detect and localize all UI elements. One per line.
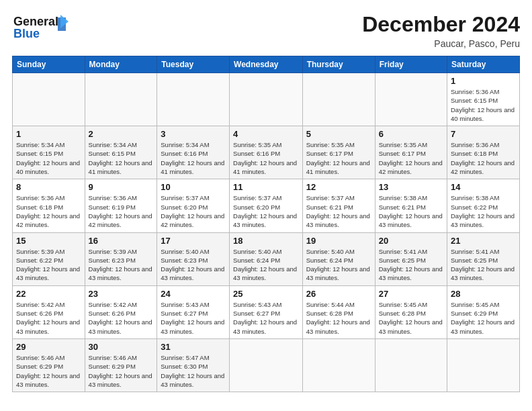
day-number: 7: [451, 129, 516, 139]
main-title: December 2024: [362, 12, 520, 37]
logo: General Blue: [12, 12, 73, 45]
day-info: Sunrise: 5:43 AMSunset: 6:27 PMDaylight:…: [161, 300, 226, 336]
calendar-cell: 3Sunrise: 5:34 AMSunset: 6:16 PMDaylight…: [157, 126, 230, 179]
day-number: 3: [161, 129, 226, 139]
calendar-table: SundayMondayTuesdayWednesdayThursdayFrid…: [12, 56, 520, 392]
day-info: Sunrise: 5:34 AMSunset: 6:15 PMDaylight:…: [89, 140, 154, 176]
day-number: 11: [233, 182, 299, 192]
calendar-cell: 28Sunrise: 5:45 AMSunset: 6:29 PMDayligh…: [447, 285, 520, 338]
calendar-cell: [302, 73, 375, 126]
day-number: 6: [379, 129, 443, 139]
day-info: Sunrise: 5:45 AMSunset: 6:28 PMDaylight:…: [379, 300, 443, 336]
calendar-cell: [230, 73, 303, 126]
page: General Blue December 2024 Paucar, Pasco…: [0, 0, 532, 411]
day-info: Sunrise: 5:42 AMSunset: 6:26 PMDaylight:…: [89, 300, 154, 336]
day-info: Sunrise: 5:35 AMSunset: 6:17 PMDaylight:…: [306, 140, 371, 176]
day-info: Sunrise: 5:37 AMSunset: 6:21 PMDaylight:…: [306, 193, 371, 229]
day-number: 28: [451, 289, 516, 299]
day-info: Sunrise: 5:37 AMSunset: 6:20 PMDaylight:…: [233, 193, 299, 229]
day-number: 24: [161, 289, 226, 299]
col-header-monday: Monday: [85, 56, 157, 73]
calendar-cell: 9Sunrise: 5:36 AMSunset: 6:19 PMDaylight…: [85, 179, 157, 232]
calendar-cell: 31Sunrise: 5:47 AMSunset: 6:30 PMDayligh…: [157, 338, 230, 392]
day-number: 17: [161, 236, 226, 246]
calendar-cell: 1Sunrise: 5:34 AMSunset: 6:15 PMDaylight…: [13, 126, 85, 179]
calendar-cell: 2Sunrise: 5:34 AMSunset: 6:15 PMDaylight…: [85, 126, 157, 179]
day-info: Sunrise: 5:47 AMSunset: 6:30 PMDaylight:…: [161, 353, 226, 389]
calendar-cell: 23Sunrise: 5:42 AMSunset: 6:26 PMDayligh…: [85, 285, 157, 338]
calendar-cell: [375, 73, 447, 126]
day-number: 29: [16, 342, 81, 352]
calendar-cell: 17Sunrise: 5:40 AMSunset: 6:23 PMDayligh…: [157, 232, 230, 285]
day-number: 31: [161, 342, 226, 352]
calendar-cell: 20Sunrise: 5:41 AMSunset: 6:25 PMDayligh…: [375, 232, 447, 285]
calendar-week-2: 8Sunrise: 5:36 AMSunset: 6:18 PMDaylight…: [13, 179, 520, 232]
calendar-cell: 15Sunrise: 5:39 AMSunset: 6:22 PMDayligh…: [13, 232, 85, 285]
calendar-cell: [230, 338, 303, 392]
calendar-cell: 26Sunrise: 5:44 AMSunset: 6:28 PMDayligh…: [302, 285, 375, 338]
calendar-cell: 5Sunrise: 5:35 AMSunset: 6:17 PMDaylight…: [302, 126, 375, 179]
day-number: 27: [379, 289, 443, 299]
day-info: Sunrise: 5:44 AMSunset: 6:28 PMDaylight:…: [306, 300, 371, 336]
day-number: 19: [306, 236, 371, 246]
day-number: 15: [16, 236, 81, 246]
day-number: 21: [451, 236, 516, 246]
calendar-cell: 1Sunrise: 5:36 AMSunset: 6:15 PMDaylight…: [447, 73, 520, 126]
day-info: Sunrise: 5:39 AMSunset: 6:22 PMDaylight:…: [16, 247, 81, 283]
day-info: Sunrise: 5:46 AMSunset: 6:29 PMDaylight:…: [16, 353, 81, 389]
day-info: Sunrise: 5:40 AMSunset: 6:23 PMDaylight:…: [161, 247, 226, 283]
day-number: 2: [89, 129, 154, 139]
calendar-cell: 16Sunrise: 5:39 AMSunset: 6:23 PMDayligh…: [85, 232, 157, 285]
day-number: 1: [16, 129, 81, 139]
day-number: 23: [89, 289, 154, 299]
day-number: 26: [306, 289, 371, 299]
day-number: 4: [233, 129, 299, 139]
day-info: Sunrise: 5:38 AMSunset: 6:21 PMDaylight:…: [379, 193, 443, 229]
day-info: Sunrise: 5:40 AMSunset: 6:24 PMDaylight:…: [306, 247, 371, 283]
calendar-cell: 18Sunrise: 5:40 AMSunset: 6:24 PMDayligh…: [230, 232, 303, 285]
day-number: 12: [306, 182, 371, 192]
logo-text: General Blue: [12, 12, 73, 45]
day-info: Sunrise: 5:41 AMSunset: 6:25 PMDaylight:…: [451, 247, 516, 283]
day-info: Sunrise: 5:45 AMSunset: 6:29 PMDaylight:…: [451, 300, 516, 336]
day-number: 16: [89, 236, 154, 246]
day-info: Sunrise: 5:40 AMSunset: 6:24 PMDaylight:…: [233, 247, 299, 283]
day-info: Sunrise: 5:34 AMSunset: 6:16 PMDaylight:…: [161, 140, 226, 176]
calendar-cell: [447, 338, 520, 392]
calendar-cell: 25Sunrise: 5:43 AMSunset: 6:27 PMDayligh…: [230, 285, 303, 338]
day-info: Sunrise: 5:39 AMSunset: 6:23 PMDaylight:…: [89, 247, 154, 283]
calendar-week-4: 22Sunrise: 5:42 AMSunset: 6:26 PMDayligh…: [13, 285, 520, 338]
header: General Blue December 2024 Paucar, Pasco…: [12, 12, 520, 49]
calendar-cell: 22Sunrise: 5:42 AMSunset: 6:26 PMDayligh…: [13, 285, 85, 338]
day-info: Sunrise: 5:46 AMSunset: 6:29 PMDaylight:…: [89, 353, 154, 389]
calendar-cell: 4Sunrise: 5:35 AMSunset: 6:16 PMDaylight…: [230, 126, 303, 179]
day-number: 20: [379, 236, 443, 246]
calendar-cell: 8Sunrise: 5:36 AMSunset: 6:18 PMDaylight…: [13, 179, 85, 232]
calendar-cell: 6Sunrise: 5:35 AMSunset: 6:17 PMDaylight…: [375, 126, 447, 179]
subtitle: Paucar, Pasco, Peru: [362, 38, 520, 49]
calendar-week-1: 1Sunrise: 5:34 AMSunset: 6:15 PMDaylight…: [13, 126, 520, 179]
calendar-cell: 30Sunrise: 5:46 AMSunset: 6:29 PMDayligh…: [85, 338, 157, 392]
col-header-tuesday: Tuesday: [157, 56, 230, 73]
calendar-cell: 7Sunrise: 5:36 AMSunset: 6:18 PMDaylight…: [447, 126, 520, 179]
calendar-cell: 27Sunrise: 5:45 AMSunset: 6:28 PMDayligh…: [375, 285, 447, 338]
day-info: Sunrise: 5:41 AMSunset: 6:25 PMDaylight:…: [379, 247, 443, 283]
col-header-saturday: Saturday: [447, 56, 520, 73]
day-number: 30: [89, 342, 154, 352]
day-info: Sunrise: 5:35 AMSunset: 6:17 PMDaylight:…: [379, 140, 443, 176]
day-number: 22: [16, 289, 81, 299]
title-area: December 2024 Paucar, Pasco, Peru: [362, 12, 520, 49]
calendar-cell: 13Sunrise: 5:38 AMSunset: 6:21 PMDayligh…: [375, 179, 447, 232]
calendar-cell: [157, 73, 230, 126]
col-header-wednesday: Wednesday: [230, 56, 303, 73]
day-number: 1: [451, 76, 516, 86]
calendar-week-3: 15Sunrise: 5:39 AMSunset: 6:22 PMDayligh…: [13, 232, 520, 285]
calendar-cell: 24Sunrise: 5:43 AMSunset: 6:27 PMDayligh…: [157, 285, 230, 338]
calendar-cell: [302, 338, 375, 392]
calendar-cell: 14Sunrise: 5:38 AMSunset: 6:22 PMDayligh…: [447, 179, 520, 232]
calendar-cell: 29Sunrise: 5:46 AMSunset: 6:29 PMDayligh…: [13, 338, 85, 392]
calendar-cell: 10Sunrise: 5:37 AMSunset: 6:20 PMDayligh…: [157, 179, 230, 232]
day-info: Sunrise: 5:36 AMSunset: 6:15 PMDaylight:…: [451, 87, 516, 123]
calendar-cell: 11Sunrise: 5:37 AMSunset: 6:20 PMDayligh…: [230, 179, 303, 232]
day-info: Sunrise: 5:43 AMSunset: 6:27 PMDaylight:…: [233, 300, 299, 336]
